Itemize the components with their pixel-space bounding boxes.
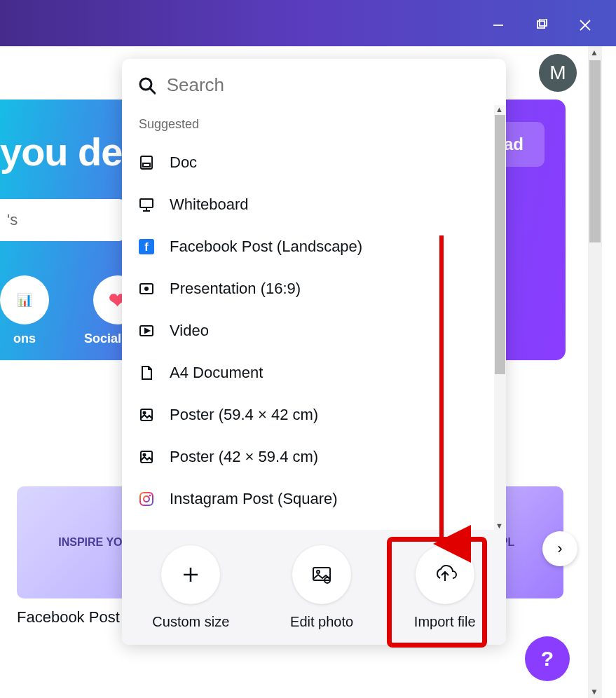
search-input[interactable] <box>167 74 491 96</box>
suggestion-label: Facebook Post (Landscape) <box>170 238 362 256</box>
plus-icon <box>179 563 202 586</box>
suggestion-label: Presentation (16:9) <box>170 280 301 298</box>
suggestion-poster-portrait[interactable]: Poster (42 × 59.4 cm) <box>137 436 506 478</box>
whiteboard-icon <box>137 197 156 212</box>
svg-rect-8 <box>143 163 150 167</box>
scroll-down-icon: ▼ <box>590 687 598 697</box>
chevron-right-icon: › <box>557 540 562 558</box>
suggestion-instagram-post[interactable]: Instagram Post (Square) <box>137 478 506 520</box>
suggestion-label: Poster (42 × 59.4 cm) <box>170 448 318 466</box>
svg-marker-17 <box>145 329 149 333</box>
suggestion-facebook-post[interactable]: f Facebook Post (Landscape) <box>137 226 506 268</box>
poster-icon <box>137 407 156 423</box>
suggestion-label: Whiteboard <box>170 196 249 214</box>
doc-icon <box>137 155 156 170</box>
window-maximize[interactable] <box>532 15 552 35</box>
carousel-next-button[interactable]: › <box>542 531 577 566</box>
presentation-icon <box>137 281 156 296</box>
footer-label: Edit photo <box>290 614 353 630</box>
svg-point-15 <box>145 287 148 290</box>
svg-rect-18 <box>141 409 152 420</box>
import-file-button[interactable]: Import file <box>414 545 476 630</box>
maximize-icon <box>535 19 548 32</box>
suggestion-doc[interactable]: Doc <box>137 142 506 184</box>
photo-icon <box>310 563 333 586</box>
search-dropdown-panel: Suggested Doc Whiteboard f Facebook Post… <box>122 59 506 645</box>
search-icon <box>137 76 156 95</box>
a4-icon <box>137 365 156 381</box>
panel-search-row <box>122 59 506 109</box>
hero-search-field[interactable]: 's <box>0 199 126 241</box>
suggestion-label: Instagram Post (Square) <box>170 490 338 508</box>
custom-size-button[interactable]: Custom size <box>152 545 229 630</box>
suggestion-label: Doc <box>170 153 197 172</box>
user-avatar[interactable]: M <box>539 54 577 92</box>
panel-footer: Custom size Edit photo Import file <box>122 530 506 645</box>
facebook-icon: f <box>137 239 156 254</box>
poster-icon <box>137 449 156 465</box>
chip-label: ons <box>13 331 36 346</box>
suggestion-label: Poster (59.4 × 42 cm) <box>170 406 318 424</box>
section-heading: Suggested <box>139 117 506 132</box>
svg-point-21 <box>144 454 146 456</box>
svg-text:f: f <box>144 241 149 253</box>
scroll-up-icon: ▲ <box>495 105 503 114</box>
presentations-icon: 📊 <box>0 275 49 324</box>
window-titlebar <box>0 0 616 46</box>
svg-point-19 <box>144 412 146 414</box>
suggestion-label: Video <box>170 322 209 340</box>
edit-photo-button[interactable]: Edit photo <box>290 545 353 630</box>
scrollbar-thumb[interactable] <box>495 115 505 374</box>
panel-scrollbar[interactable]: ▲ ▼ <box>494 105 506 530</box>
svg-rect-9 <box>140 199 153 207</box>
scrollbar-thumb[interactable] <box>589 60 601 242</box>
minimize-icon <box>492 19 505 32</box>
svg-point-28 <box>317 570 320 573</box>
window-minimize[interactable] <box>488 15 508 35</box>
close-icon <box>579 19 591 32</box>
svg-rect-22 <box>140 493 153 505</box>
suggestion-label: A4 Document <box>170 364 263 382</box>
instagram-icon <box>137 491 156 507</box>
suggestion-whiteboard[interactable]: Whiteboard <box>137 184 506 226</box>
svg-point-24 <box>149 495 151 497</box>
chip-presentations[interactable]: 📊 ons <box>0 275 49 346</box>
svg-rect-2 <box>540 19 547 26</box>
svg-point-5 <box>140 78 151 90</box>
svg-point-23 <box>144 496 149 502</box>
svg-rect-1 <box>538 21 545 28</box>
svg-line-6 <box>150 88 156 94</box>
app-body: M you des 's oad 📊 ons ❤ Social med INSP… <box>0 46 602 698</box>
cloud-upload-icon <box>433 563 457 587</box>
footer-label: Import file <box>414 614 476 630</box>
scroll-up-icon: ▲ <box>590 48 598 57</box>
video-icon <box>137 323 156 338</box>
suggestion-a4-document[interactable]: A4 Document <box>137 352 506 394</box>
scroll-down-icon: ▼ <box>495 521 503 530</box>
svg-rect-20 <box>141 451 152 463</box>
suggestion-poster-landscape[interactable]: Poster (59.4 × 42 cm) <box>137 394 506 436</box>
footer-label: Custom size <box>152 614 229 630</box>
page-scrollbar[interactable]: ▲ ▼ <box>588 46 602 698</box>
window-close[interactable] <box>575 15 595 35</box>
suggestion-video[interactable]: Video <box>137 310 506 352</box>
suggestion-list: Suggested Doc Whiteboard f Facebook Post… <box>122 109 506 530</box>
help-button[interactable]: ? <box>525 636 570 681</box>
suggestion-presentation[interactable]: Presentation (16:9) <box>137 268 506 310</box>
